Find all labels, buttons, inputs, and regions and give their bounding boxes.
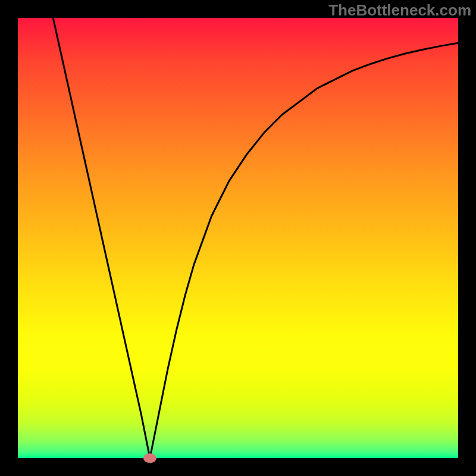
bottleneck-chart bbox=[0, 0, 476, 476]
watermark-text: TheBottleneck.com bbox=[328, 1, 471, 20]
plot-background bbox=[18, 18, 458, 458]
optimal-point-marker bbox=[143, 453, 156, 463]
chart-container: { "watermark": "TheBottleneck.com", "cha… bbox=[0, 0, 476, 476]
